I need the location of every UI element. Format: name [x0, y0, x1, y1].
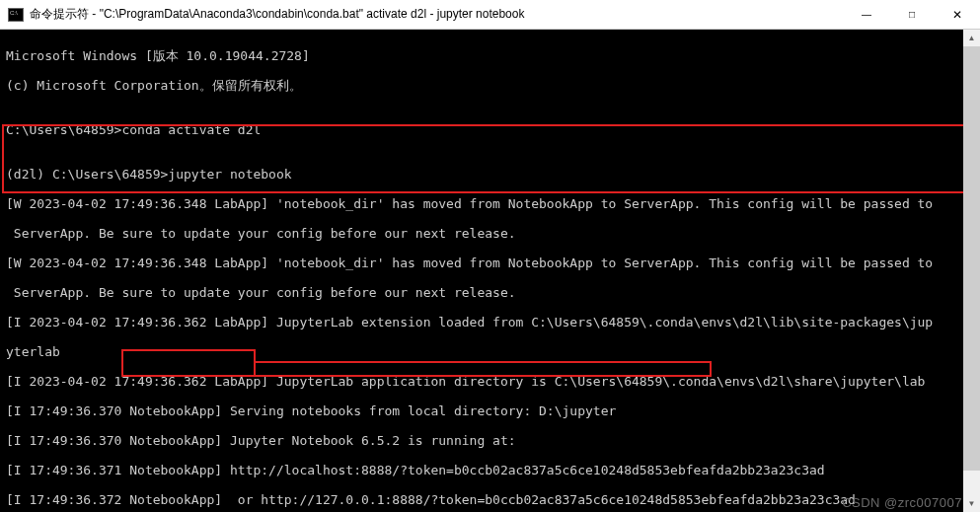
terminal-line: [I 17:49:36.372 NotebookApp] or http://1…	[6, 492, 974, 507]
terminal-line: Microsoft Windows [版本 10.0.19044.2728]	[6, 48, 974, 63]
close-button[interactable]: ✕	[935, 0, 980, 29]
terminal-line: [I 17:49:36.371 NotebookApp] http://loca…	[6, 463, 974, 477]
terminal-line: [I 17:49:36.370 NotebookApp] Serving not…	[6, 403, 974, 418]
minimize-button[interactable]: —	[844, 0, 889, 29]
scrollbar[interactable]: ▲ ▼	[963, 30, 980, 512]
terminal-line: C:\Users\64859>conda activate d2l	[6, 122, 974, 137]
terminal-line: [W 2023-04-02 17:49:36.348 LabApp] 'note…	[6, 256, 974, 270]
watermark: CSDN @zrc007007	[842, 495, 962, 510]
terminal-line: (d2l) C:\Users\64859>jupyter notebook	[6, 167, 974, 182]
terminal-line: [I 2023-04-02 17:49:36.362 LabApp] Jupyt…	[6, 315, 974, 329]
terminal-line: [W 2023-04-02 17:49:36.348 LabApp] 'note…	[6, 196, 974, 211]
window-controls: — □ ✕	[844, 0, 980, 29]
terminal-line: ServerApp. Be sure to update your config…	[6, 226, 974, 241]
terminal-line: [I 2023-04-02 17:49:36.362 LabApp] Jupyt…	[6, 374, 974, 389]
terminal-line: (c) Microsoft Corporation。保留所有权利。	[6, 78, 974, 93]
terminal-output[interactable]: Microsoft Windows [版本 10.0.19044.2728] (…	[0, 30, 980, 512]
scroll-down-icon[interactable]: ▼	[963, 495, 980, 512]
title-bar[interactable]: 命令提示符 - "C:\ProgramData\Anaconda3\condab…	[0, 0, 980, 30]
terminal-line: [I 17:49:36.370 NotebookApp] Jupyter Not…	[6, 433, 974, 448]
terminal-line: yterlab	[6, 344, 974, 359]
cmd-icon	[8, 8, 24, 22]
window-title: 命令提示符 - "C:\ProgramData\Anaconda3\condab…	[30, 6, 844, 23]
scroll-up-icon[interactable]: ▲	[963, 30, 980, 46]
terminal-line: ServerApp. Be sure to update your config…	[6, 285, 974, 300]
scroll-thumb[interactable]	[963, 46, 980, 471]
maximize-button[interactable]: □	[889, 0, 935, 29]
